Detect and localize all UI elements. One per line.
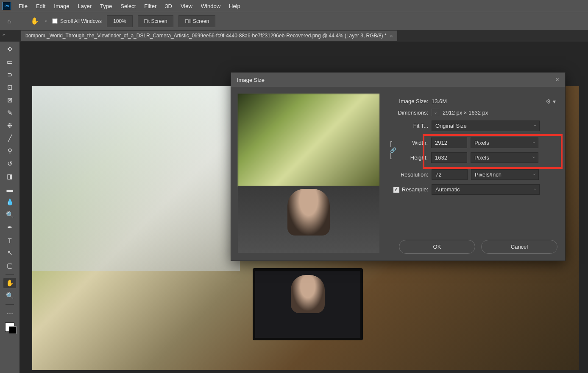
menu-edit[interactable]: Edit — [33, 1, 49, 11]
menu-bar: Ps File Edit Image Layer Type Select Fil… — [0, 0, 588, 12]
document-tab[interactable]: bompom._World_Through_the_Viewfinder_of_… — [21, 31, 397, 41]
clone-stamp-tool[interactable]: ⚲ — [3, 146, 16, 156]
fit-screen-button[interactable]: Fit Screen — [138, 15, 174, 27]
image-size-dialog: Image Size × ⚙ ▾ Image Size: 13.6M Dimen… — [231, 72, 566, 261]
preview-bottom — [238, 186, 379, 253]
tool-separator-2 — [6, 304, 14, 305]
menu-select[interactable]: Select — [117, 1, 139, 11]
width-label: Width: — [398, 140, 428, 146]
width-input[interactable] — [431, 137, 467, 148]
gradient-tool[interactable]: ▬ — [3, 184, 16, 194]
zoom-100-button[interactable]: 100% — [107, 15, 133, 27]
dimensions-value: 2912 px × 1632 px — [443, 109, 488, 116]
image-size-label: Image Size: — [388, 98, 428, 104]
height-unit-select[interactable]: Pixels — [471, 152, 538, 163]
resolution-input[interactable] — [432, 169, 468, 180]
eyedropper-tool[interactable]: ✎ — [3, 108, 16, 118]
fill-screen-button[interactable]: Fill Screen — [178, 15, 215, 27]
path-select-tool[interactable]: ↖ — [3, 248, 16, 258]
blur-tool[interactable]: 💧 — [3, 197, 16, 207]
dodge-tool[interactable]: 🔍 — [3, 210, 16, 220]
lasso-tool[interactable]: ⊃ — [3, 70, 16, 80]
tool-separator — [6, 274, 14, 275]
menu-file[interactable]: File — [15, 1, 31, 11]
menu-layer[interactable]: Layer — [75, 1, 95, 11]
menu-view[interactable]: View — [177, 1, 196, 11]
resample-label: Resample: — [402, 186, 428, 193]
options-bar: ⌂ ✋ ▾ Scroll All Windows 100% Fit Screen… — [0, 12, 588, 30]
menu-3d[interactable]: 3D — [162, 1, 176, 11]
tool-palette: ✥ ▭ ⊃ ⊡ ⊠ ✎ ❉ ╱ ⚲ ↺ ◨ ▬ 💧 🔍 ✒ T ↖ ▢ ✋ 🔍 … — [0, 42, 20, 373]
resolution-unit-select[interactable]: Pixels/Inch — [471, 169, 539, 180]
fit-to-label: Fit T... — [388, 123, 428, 129]
pen-tool[interactable]: ✒ — [3, 222, 16, 233]
cancel-button[interactable]: Cancel — [481, 240, 557, 254]
crop-tool[interactable]: ⊡ — [3, 82, 16, 93]
resample-checkbox[interactable]: ✓ — [393, 187, 399, 193]
scroll-all-windows-checkbox[interactable]: Scroll All Windows — [52, 18, 102, 24]
settings-gear-icon[interactable]: ⚙ ▾ — [546, 98, 556, 105]
dimensions-disclosure-icon[interactable]: ⌵ — [432, 109, 439, 116]
expand-panels-icon[interactable]: » — [3, 32, 5, 37]
menu-image[interactable]: Image — [50, 1, 72, 11]
menu-help[interactable]: Help — [226, 1, 244, 11]
menu-type[interactable]: Type — [97, 1, 115, 11]
image-preview — [238, 94, 379, 253]
dialog-title: Image Size — [237, 77, 265, 83]
document-title: bompom._World_Through_the_Viewfinder_of_… — [25, 33, 387, 39]
scroll-all-label: Scroll All Windows — [60, 18, 102, 24]
rectangle-tool[interactable]: ▢ — [3, 261, 16, 271]
preview-top — [238, 94, 379, 186]
brush-tool[interactable]: ╱ — [3, 133, 16, 143]
resample-method-select[interactable]: Automatic — [432, 184, 540, 195]
width-unit-select[interactable]: Pixels — [471, 137, 538, 148]
image-laptop — [253, 268, 363, 340]
image-size-value: 13.6M — [432, 98, 447, 104]
fit-to-select[interactable]: Original Size — [432, 121, 540, 131]
home-icon[interactable]: ⌂ — [4, 16, 14, 26]
dialog-titlebar[interactable]: Image Size × — [231, 73, 565, 87]
foreground-background-color[interactable] — [5, 323, 14, 332]
menu-window[interactable]: Window — [198, 1, 224, 11]
hand-tool-icon[interactable]: ✋ — [30, 16, 40, 26]
more-tools-icon[interactable]: ⋯ — [3, 308, 16, 318]
dialog-form: ⚙ ▾ Image Size: 13.6M Dimensions: ⌵ 2912… — [388, 94, 558, 253]
close-tab-icon[interactable]: × — [390, 33, 393, 39]
height-input[interactable] — [431, 152, 467, 163]
menu-filter[interactable]: Filter — [141, 1, 160, 11]
eraser-tool[interactable]: ◨ — [3, 171, 16, 182]
photoshop-logo: Ps — [3, 2, 11, 10]
history-brush-tool[interactable]: ↺ — [3, 159, 16, 169]
ok-button[interactable]: OK — [399, 240, 475, 254]
move-tool[interactable]: ✥ — [3, 44, 16, 54]
spot-heal-tool[interactable]: ❉ — [3, 121, 16, 131]
resolution-label: Resolution: — [388, 171, 428, 178]
hand-tool[interactable]: ✋ — [3, 278, 16, 288]
height-label: Height: — [398, 154, 428, 161]
document-tab-bar: » bompom._World_Through_the_Viewfinder_o… — [0, 30, 588, 42]
dimensions-label: Dimensions: — [388, 109, 428, 116]
type-tool[interactable]: T — [3, 235, 16, 245]
marquee-tool[interactable]: ▭ — [3, 57, 16, 67]
zoom-tool[interactable]: 🔍 — [3, 291, 16, 301]
frame-tool[interactable]: ⊠ — [3, 95, 16, 105]
close-dialog-icon[interactable]: × — [555, 76, 559, 84]
constrain-proportions-icon[interactable]: ⎡🔗⎣ — [388, 135, 398, 165]
